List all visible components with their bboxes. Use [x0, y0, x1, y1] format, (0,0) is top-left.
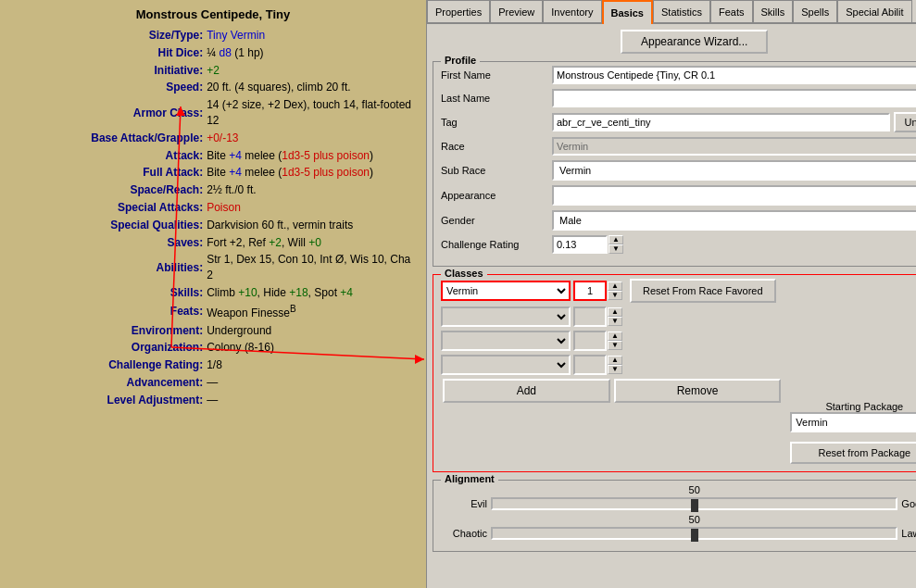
tab-properties[interactable]: Properties: [427, 0, 490, 22]
class-empty-select-2[interactable]: [441, 331, 571, 351]
stat-row: Space/Reach:2½ ft./0 ft.: [9, 181, 417, 199]
stat-row: Attack:Bite +4 melee (1d3-5 plus poison): [9, 147, 417, 165]
stat-value: Str 1, Dex 15, Con 10, Int Ø, Wis 10, Ch…: [205, 251, 417, 284]
form-select-appearance[interactable]: [552, 185, 916, 206]
stat-label: Advancement:: [9, 374, 205, 392]
classes-legend: Classes: [441, 268, 487, 279]
form-label: Gender: [441, 215, 552, 226]
class-empty-spin-down-3[interactable]: ▼: [608, 365, 622, 374]
remove-class-button[interactable]: Remove: [614, 379, 782, 403]
stat-row: Abilities:Str 1, Dex 15, Con 10, Int Ø, …: [9, 251, 417, 284]
reset-from-package-button[interactable]: Reset from Package: [790, 442, 916, 464]
stat-table: Size/Type:Tiny VerminHit Dice:¼ d8 (1 hp…: [9, 27, 417, 409]
align-left-label-1: Chaotic: [441, 528, 487, 539]
stat-label: Challenge Rating:: [9, 357, 205, 374]
form-input-first-name[interactable]: [552, 66, 916, 84]
challenge-rating-input[interactable]: [552, 235, 608, 254]
stat-label: Organization:: [9, 339, 205, 357]
align-tick-0: [691, 499, 698, 512]
stat-value: Weapon FinesseB: [205, 302, 417, 322]
tab-inventory[interactable]: Inventory: [543, 0, 601, 22]
cr-spin-down[interactable]: ▼: [609, 244, 623, 254]
starting-package-select[interactable]: Vermin: [790, 412, 916, 432]
stat-row: Hit Dice:¼ d8 (1 hp): [9, 44, 417, 62]
tab-feats[interactable]: Feats: [710, 0, 753, 22]
reset-race-favored-button[interactable]: Reset From Race Favored: [630, 279, 776, 303]
class-select-0[interactable]: Vermin: [441, 281, 571, 301]
alignment-row-1: ChaoticLawful: [441, 527, 916, 540]
stat-row: Saves:Fort +2, Ref +2, Will +0: [9, 234, 417, 252]
stat-label: Attack:: [9, 147, 205, 165]
class-empty-spin-up-3[interactable]: ▲: [608, 356, 622, 365]
appearance-wizard-button[interactable]: Appearance Wizard...: [621, 30, 768, 54]
class-empty-level-1[interactable]: [573, 307, 607, 327]
class-empty-select-1[interactable]: [441, 307, 571, 327]
profile-field-row: Last Name: [441, 89, 916, 107]
class-empty-level-3[interactable]: [573, 355, 607, 375]
stat-value: Underground: [205, 322, 417, 340]
class-empty-spin-3: ▲▼: [608, 356, 622, 374]
stat-value: +0/-13: [205, 130, 417, 147]
class-row: ▲▼: [441, 355, 783, 375]
class-level-input-0[interactable]: [573, 281, 607, 301]
form-input-last-name[interactable]: [552, 89, 916, 107]
stat-label: Level Adjustment:: [9, 392, 205, 409]
stat-value: +2: [205, 62, 417, 80]
class-empty-spin-up-2[interactable]: ▲: [608, 332, 622, 341]
class-row: Vermin▲▼Reset From Race Favored: [441, 279, 783, 303]
stat-row: Organization:Colony (8-16): [9, 339, 417, 357]
align-track-1[interactable]: [491, 527, 897, 540]
tab-basics[interactable]: Basics: [602, 0, 653, 24]
starting-package-label: Starting Package: [790, 401, 916, 412]
stat-label: Environment:: [9, 322, 205, 340]
cr-spin-up[interactable]: ▲: [609, 235, 623, 244]
form-select-sub-race[interactable]: Vermin: [552, 160, 916, 181]
class-row: ▲▼: [441, 331, 783, 351]
wizard-btn-row: Appearance Wizard...: [433, 30, 916, 54]
profile-field-row: GenderMale: [441, 210, 916, 231]
stat-label: Initiative:: [9, 62, 205, 80]
tab-end-controls: ◄ ► ✕: [912, 0, 916, 22]
align-track-0[interactable]: [491, 497, 897, 510]
tab-spells[interactable]: Spells: [793, 0, 837, 22]
stat-value: Darkvision 60 ft., vermin traits: [205, 217, 417, 234]
tab-bar: PropertiesPreviewInventoryBasicsStatisti…: [427, 0, 916, 24]
classes-section: Classes Vermin▲▼Reset From Race Favored▲…: [433, 274, 916, 472]
stat-label: Armor Class:: [9, 96, 205, 130]
tab-skills[interactable]: Skills: [753, 0, 794, 22]
align-right-label-1: Lawful: [901, 528, 916, 539]
class-empty-level-2[interactable]: [573, 331, 607, 351]
cr-spinner-wrap: ▲▼: [552, 235, 623, 254]
form-label: First Name: [441, 69, 552, 81]
stat-label: Feats:: [9, 302, 205, 322]
alignment-value-0: 50: [441, 484, 916, 495]
stat-row: Challenge Rating:1/8: [9, 357, 417, 374]
class-empty-spin-down-1[interactable]: ▼: [608, 317, 622, 326]
class-empty-select-3[interactable]: [441, 355, 571, 375]
stat-row: Initiative:+2: [9, 62, 417, 80]
form-label: Race: [441, 141, 552, 152]
stat-row: Skills:Climb +10, Hide +18, Spot +4: [9, 284, 417, 302]
class-empty-spin-2: ▲▼: [608, 332, 622, 350]
stat-row: Special Qualities:Darkvision 60 ft., ver…: [9, 217, 417, 234]
form-label: Sub Race: [441, 165, 552, 176]
classes-right: Starting Package Vermin Reset from Packa…: [790, 279, 916, 464]
stat-value: —: [205, 392, 417, 409]
form-select-gender[interactable]: Male: [552, 210, 916, 231]
stat-row: Base Attack/Grapple:+0/-13: [9, 130, 417, 147]
tab-statistics[interactable]: Statistics: [653, 0, 710, 22]
stat-label: Speed:: [9, 79, 205, 96]
unique-button[interactable]: Unique: [894, 112, 917, 132]
add-class-button[interactable]: Add: [443, 379, 610, 403]
left-panel: Monstrous Centipede, Tiny Size/Type:Tiny…: [0, 0, 426, 588]
class-spin-up-0[interactable]: ▲: [608, 281, 622, 291]
class-empty-spin-down-2[interactable]: ▼: [608, 341, 622, 350]
stat-label: Saves:: [9, 234, 205, 252]
form-input-tag[interactable]: [552, 113, 890, 131]
class-empty-spin-up-1[interactable]: ▲: [608, 307, 622, 317]
tab-preview[interactable]: Preview: [490, 0, 543, 22]
class-spin-down-0[interactable]: ▼: [608, 291, 622, 300]
tab-special-abilit[interactable]: Special Abilit: [837, 0, 911, 22]
stat-row: Level Adjustment:—: [9, 392, 417, 409]
stat-value: Colony (8-16): [205, 339, 417, 357]
